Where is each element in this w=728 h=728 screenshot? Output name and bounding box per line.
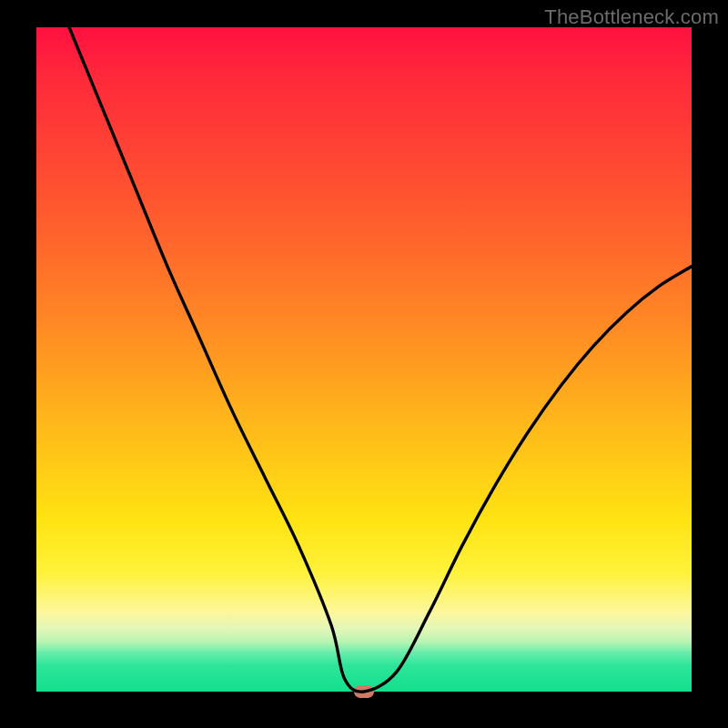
watermark-text: TheBottleneck.com — [544, 5, 719, 29]
bottleneck-curve-path — [69, 27, 692, 692]
chart-frame: TheBottleneck.com — [0, 0, 728, 728]
curve-svg — [36, 27, 692, 692]
plot-area — [36, 27, 692, 692]
